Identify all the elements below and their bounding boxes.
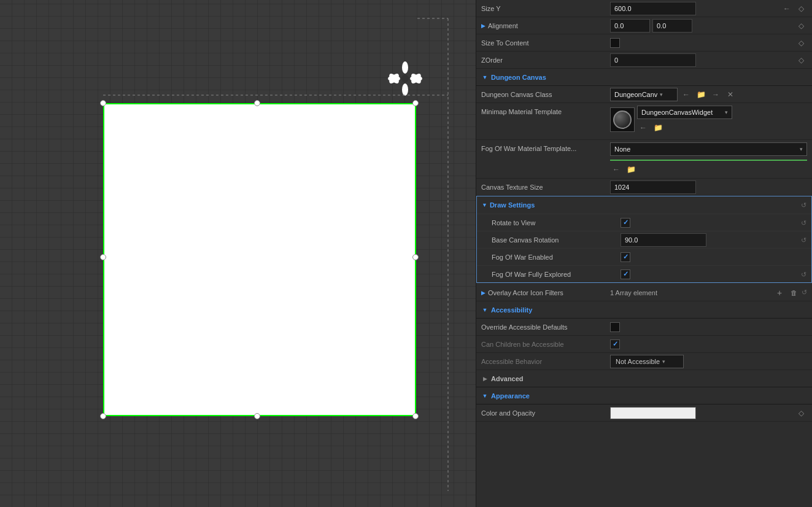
color-and-opacity-swatch[interactable]: [610, 407, 696, 419]
handle-bl[interactable]: [100, 413, 106, 419]
alignment-value: [610, 19, 795, 33]
svg-point-8: [401, 75, 409, 82]
base-canvas-rotation-reset-icon: ↺: [801, 236, 806, 244]
handle-tc[interactable]: [254, 100, 260, 106]
can-children-accessible-value: [610, 339, 807, 349]
color-and-opacity-actions: ◇: [795, 407, 807, 419]
dungeon-canvas-class-right-icon[interactable]: →: [710, 88, 722, 101]
overlay-actor-delete-btn[interactable]: 🗑: [787, 287, 800, 299]
fog-of-war-material-template-dropdown[interactable]: None ▾: [610, 142, 807, 156]
minimap-folder-btn[interactable]: 📁: [652, 122, 664, 134]
fog-of-war-fully-explored-value: [621, 269, 801, 279]
accessible-behavior-value: Not Accessible ▾: [610, 355, 807, 368]
base-canvas-rotation-reset[interactable]: ↺: [801, 236, 806, 244]
handle-tl[interactable]: [100, 100, 106, 106]
minimap-material-dropdown[interactable]: DungeonCanvasWidget ▾: [637, 106, 732, 119]
minimap-left-btn[interactable]: ←: [637, 122, 649, 134]
rotate-to-view-row: Rotate to View ↺: [477, 214, 811, 231]
minimap-thumbnail: [610, 107, 635, 132]
overlay-actor-chevron-icon[interactable]: ▶: [481, 290, 485, 296]
minimap-material-template-value: DungeonCanvasWidget ▾ ← 📁: [610, 106, 807, 134]
appearance-chevron-icon: ▼: [481, 392, 489, 400]
fog-of-war-enabled-label: Fog Of War Enabled: [492, 254, 621, 261]
zorder-input[interactable]: [610, 53, 696, 67]
dungeon-canvas-class-left-icon[interactable]: ←: [680, 88, 692, 101]
zorder-label: ZOrder: [481, 56, 610, 64]
minimap-action-btns: ← 📁: [637, 122, 732, 134]
fog-of-war-material-template-row: Fog Of War Material Template... None ▾ ←…: [476, 140, 812, 179]
alignment-chevron-icon[interactable]: ▶: [481, 23, 485, 29]
override-accessible-defaults-checkbox[interactable]: [610, 322, 620, 332]
size-to-content-actions: ◇: [795, 37, 807, 49]
accessibility-section-header[interactable]: ▼ Accessibility: [476, 301, 812, 319]
size-y-input[interactable]: [610, 2, 696, 15]
minimap-material-dropdown-arrow-icon: ▾: [725, 109, 728, 115]
minimap-material-dropdown-text: DungeonCanvasWidget: [641, 109, 713, 116]
fog-of-war-enabled-checkbox[interactable]: [621, 252, 630, 262]
draw-settings-reset-btn[interactable]: ↺: [801, 201, 806, 209]
canvas-texture-size-label: Canvas Texture Size: [481, 184, 610, 191]
fow-left-btn[interactable]: ←: [610, 163, 622, 176]
dungeon-canvas-chevron-icon: ▼: [481, 74, 489, 81]
canvas-texture-size-value: [610, 180, 807, 194]
rotate-to-view-reset-icon: ↺: [801, 219, 806, 226]
fog-of-war-material-template-label: Fog Of War Material Template...: [481, 142, 610, 152]
dungeon-canvas-section-header[interactable]: ▼ Dungeon Canvas: [476, 69, 812, 86]
overlay-actor-icon-filters-row: ▶ Overlay Actor Icon Filters 1 Array ele…: [476, 284, 812, 301]
properties-panel: Size Y ← ◇ ▶ Alignment ◇ Size To Content…: [476, 0, 812, 507]
advanced-chevron-icon: ▶: [481, 375, 489, 382]
alignment-y-input[interactable]: [652, 19, 692, 33]
alignment-row: ▶ Alignment ◇: [476, 17, 812, 34]
dungeon-canvas-class-label: Dungeon Canvas Class: [481, 91, 610, 98]
size-to-content-label: Size To Content: [481, 39, 610, 47]
size-y-reset-btn[interactable]: ←: [781, 2, 793, 15]
accessible-behavior-dropdown-text: Not Accessible: [616, 358, 660, 365]
fog-of-war-fully-explored-checkbox[interactable]: [621, 269, 630, 279]
rotate-to-view-reset[interactable]: ↺: [801, 219, 806, 227]
dungeon-canvas-class-folder-icon[interactable]: 📁: [695, 88, 707, 101]
dungeon-canvas-class-value: DungeonCanv ▾ ← 📁 → ✕: [610, 88, 807, 101]
minimap-top: DungeonCanvasWidget ▾ ← 📁: [610, 106, 807, 134]
fow-folder-btn[interactable]: 📁: [625, 163, 637, 176]
alignment-x-input[interactable]: [610, 19, 650, 33]
advanced-section-header[interactable]: ▶ Advanced: [476, 370, 812, 387]
draw-settings-chevron-icon: ▼: [482, 202, 487, 208]
handle-mr[interactable]: [412, 254, 419, 260]
dungeon-canvas-class-row: Dungeon Canvas Class DungeonCanv ▾ ← 📁 →…: [476, 86, 812, 103]
can-children-accessible-label: Can Children be Accessible: [481, 341, 610, 348]
base-canvas-rotation-row: Base Canvas Rotation ↺: [477, 231, 811, 248]
dungeon-canvas-class-close-icon[interactable]: ✕: [724, 88, 737, 101]
overlay-actor-actions: + 🗑 ↺: [773, 287, 807, 299]
overlay-actor-reset-icon: ↺: [802, 288, 807, 296]
size-y-row: Size Y ← ◇: [476, 0, 812, 17]
fog-of-war-fully-explored-label: Fog Of War Fully Explored: [492, 271, 621, 278]
handle-ml[interactable]: [100, 254, 106, 260]
handle-br[interactable]: [412, 413, 419, 419]
rotate-to-view-checkbox[interactable]: [621, 218, 630, 228]
zorder-diamond-icon: ◇: [795, 54, 807, 66]
base-canvas-rotation-input[interactable]: [621, 233, 706, 247]
appearance-section-header[interactable]: ▼ Appearance: [476, 387, 812, 404]
size-to-content-checkbox[interactable]: [610, 38, 620, 48]
fog-of-war-fully-explored-reset[interactable]: ↺: [801, 270, 806, 279]
size-y-label: Size Y: [481, 5, 610, 12]
can-children-accessible-checkbox[interactable]: [610, 339, 620, 349]
size-y-actions: ← ◇: [781, 2, 807, 15]
override-accessible-defaults-value: [610, 322, 807, 332]
canvas-area: [0, 0, 476, 507]
overlay-actor-label-container: ▶ Overlay Actor Icon Filters: [481, 289, 610, 296]
handle-bc[interactable]: [254, 413, 260, 419]
overlay-actor-add-btn[interactable]: +: [773, 287, 786, 299]
draw-settings-header[interactable]: ▼ Draw Settings ↺: [477, 196, 811, 214]
override-accessible-defaults-row: Override Accessible Defaults: [476, 319, 812, 336]
canvas-texture-size-input[interactable]: [610, 180, 696, 194]
dungeon-canvas-class-dropdown[interactable]: DungeonCanv ▾: [610, 88, 678, 101]
color-and-opacity-value: [610, 407, 795, 419]
rotate-to-view-value: [621, 218, 801, 228]
fog-of-war-material-template-dropdown-text: None: [614, 145, 630, 153]
accessible-behavior-dropdown[interactable]: Not Accessible ▾: [610, 355, 684, 368]
dungeon-canvas-class-dropdown-text: DungeonCanv: [614, 91, 657, 98]
can-children-accessible-row: Can Children be Accessible: [476, 336, 812, 353]
canvas-widget[interactable]: [103, 103, 416, 416]
alignment-label-container: ▶ Alignment: [481, 22, 610, 29]
